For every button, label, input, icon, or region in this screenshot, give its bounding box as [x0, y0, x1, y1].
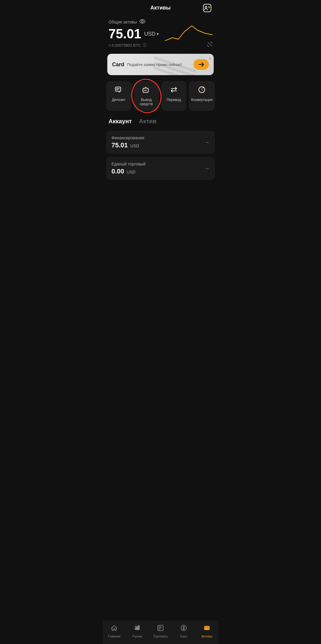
deposit-icon — [115, 86, 122, 95]
eye-icon[interactable] — [139, 19, 145, 25]
svg-point-2 — [140, 20, 145, 23]
funding-account-item[interactable]: Финансирования 75.01 USD → — [106, 131, 215, 154]
convert-label: Конвертация — [191, 98, 213, 102]
funding-currency: USD — [130, 143, 139, 148]
transfer-button[interactable]: Перевод — [161, 81, 187, 111]
convert-button[interactable]: Конвертация — [189, 81, 215, 111]
funding-amount-row: 75.01 USD — [111, 141, 144, 149]
circle-annotation — [128, 76, 164, 116]
unified-currency: USD — [127, 170, 136, 174]
deposit-label: Депозит — [112, 98, 126, 102]
assets-amount: 75.01 — [108, 26, 141, 41]
unified-info: Единый торговый 0.00 USD — [111, 162, 146, 175]
card-close-button[interactable]: × — [209, 56, 211, 61]
actions-row: Депозит Вывод средств Перевод — [103, 79, 218, 116]
svg-point-1 — [205, 6, 207, 8]
card-banner: Card Подайте заявку прямо сейчас! × — [107, 54, 214, 75]
assets-section: Общие активы 75.01 USD ▾ ≈ 0.00073802 BT… — [103, 16, 218, 53]
svg-point-3 — [141, 20, 143, 22]
info-icon[interactable]: ⓘ — [143, 42, 147, 48]
unified-amount: 0.00 — [111, 168, 124, 175]
btc-equiv: ≈ 0.00073802 BTC — [108, 43, 141, 48]
unified-name: Единый торговый — [111, 162, 146, 166]
transfer-icon — [170, 86, 178, 95]
header: Активы — [103, 0, 218, 16]
funding-arrow-icon: → — [204, 139, 210, 146]
price-chart — [165, 23, 213, 44]
unified-arrow-icon: → — [204, 165, 210, 172]
account-list: Финансирования 75.01 USD → Единый торгов… — [103, 131, 218, 180]
page-title: Активы — [150, 5, 171, 11]
deposit-button[interactable]: Депозит — [106, 81, 131, 111]
transfer-label: Перевод — [167, 98, 181, 102]
unified-amount-row: 0.00 USD — [111, 168, 146, 175]
transfer-user-icon[interactable] — [202, 3, 213, 13]
funding-info: Финансирования 75.01 USD — [111, 135, 144, 149]
withdraw-icon — [142, 86, 150, 95]
convert-icon — [198, 86, 206, 95]
assets-label: Общие активы — [108, 20, 137, 24]
withdraw-button[interactable]: Вывод средств — [134, 81, 159, 111]
currency-dropdown-icon[interactable]: ▾ — [157, 31, 159, 36]
card-word: Card — [112, 61, 124, 68]
tab-asset[interactable]: Актив — [139, 118, 157, 126]
withdraw-label: Вывод средств — [136, 98, 157, 106]
assets-currency: USD ▾ — [144, 31, 159, 37]
unified-account-item[interactable]: Единый торговый 0.00 USD → — [106, 157, 215, 180]
tab-account[interactable]: Аккаунт — [108, 118, 132, 126]
svg-rect-7 — [115, 87, 121, 91]
expand-icon[interactable] — [207, 42, 213, 48]
funding-amount: 75.01 — [111, 141, 128, 149]
account-tabs: Аккаунт Актив — [103, 116, 218, 131]
funding-name: Финансирования — [111, 135, 144, 140]
svg-rect-0 — [203, 4, 211, 12]
